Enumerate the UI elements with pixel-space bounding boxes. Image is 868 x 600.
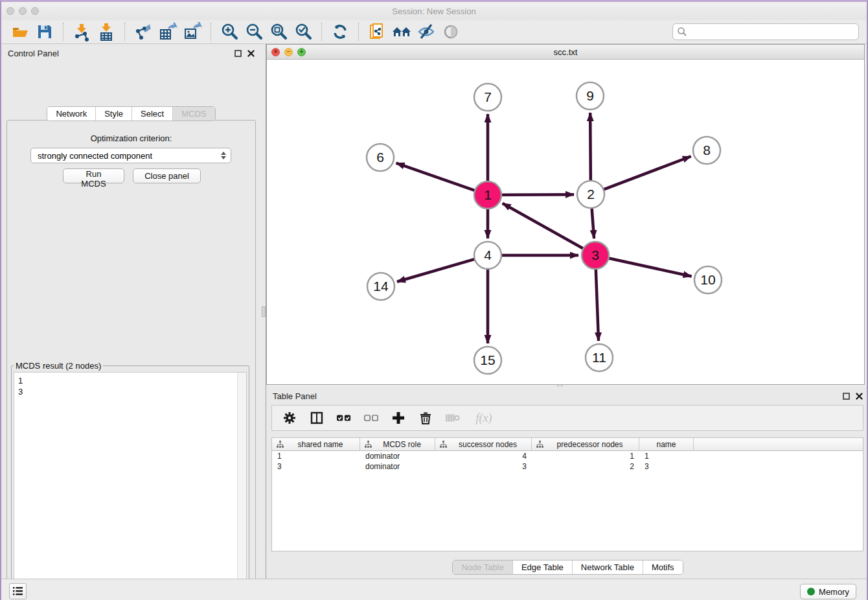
toolbar-separator (124, 23, 125, 41)
tab-node-table[interactable]: Node Table (453, 560, 512, 574)
new-network-from-selection-button[interactable] (366, 22, 388, 41)
cell-predecessor-nodes[interactable]: 2 (532, 462, 639, 471)
zoom-out-button[interactable] (243, 22, 265, 41)
import-network-button[interactable] (71, 22, 93, 41)
split-column-button[interactable] (310, 411, 324, 425)
zoom-selected-button[interactable] (292, 22, 314, 41)
list-icon (13, 587, 23, 595)
memory-label: Memory (819, 587, 849, 597)
show-all-button[interactable] (440, 22, 462, 41)
trash-icon (420, 411, 431, 424)
refresh-layout-button[interactable] (329, 22, 351, 41)
cell-name[interactable]: 3 (639, 462, 694, 471)
tab-style[interactable]: Style (95, 107, 131, 121)
main-toolbar (1, 20, 867, 44)
export-network-button[interactable] (132, 22, 154, 41)
cell-successor-nodes[interactable]: 4 (435, 452, 532, 461)
toolbar-separator (211, 23, 211, 41)
tab-motifs[interactable]: Motifs (643, 560, 683, 574)
cell-predecessor-nodes[interactable]: 1 (532, 452, 639, 461)
column-header-shared-name[interactable]: shared name (272, 438, 360, 450)
zoom-in-button[interactable] (218, 22, 240, 41)
deselect-all-button[interactable] (364, 411, 378, 425)
graph-node-label: 3 (591, 248, 599, 262)
first-neighbors-button[interactable] (391, 22, 413, 41)
graph-edge-2-8[interactable] (603, 156, 691, 190)
export-table-button[interactable] (157, 22, 179, 41)
hide-selected-button[interactable] (415, 22, 437, 41)
table-row[interactable]: 3 dominator 3 2 3 (272, 461, 863, 472)
cell-name[interactable]: 1 (639, 452, 694, 461)
zoom-fit-button[interactable] (268, 22, 290, 41)
splitter-handle[interactable] (262, 306, 266, 317)
zoom-in-icon (220, 22, 239, 41)
export-image-button[interactable] (181, 22, 203, 41)
tab-mcds[interactable]: MCDS (172, 107, 214, 121)
graph-edge-2-9[interactable] (590, 113, 591, 181)
table-panel-tabs: Node Table Edge Table Network Table Moti… (452, 560, 683, 575)
network-canvas[interactable]: 7968124314101511 (267, 60, 864, 384)
delete-column-button[interactable] (418, 411, 433, 425)
float-table-panel-icon[interactable] (843, 393, 850, 400)
network-window-titlebar: × − + scc.txt (267, 45, 864, 60)
memory-button[interactable]: Memory (800, 584, 856, 599)
vertical-splitter[interactable] (261, 44, 266, 579)
window-title: Session: New Session (1, 6, 867, 16)
graph-edge-3-10[interactable] (608, 258, 692, 276)
graph-edge-3-11[interactable] (596, 268, 599, 341)
cell-mcds-role[interactable]: dominator (360, 462, 435, 471)
cell-successor-nodes[interactable]: 3 (435, 462, 532, 471)
optimization-criterion-label: Optimization criterion: (7, 133, 255, 143)
import-table-button[interactable] (95, 22, 117, 41)
graph-edge-4-14[interactable] (397, 259, 475, 282)
graph-edge-2-3[interactable] (591, 207, 594, 238)
tab-edge-table[interactable]: Edge Table (512, 560, 572, 574)
tab-network[interactable]: Network (47, 107, 95, 121)
result-scrollbar[interactable] (237, 373, 246, 600)
export-image-icon (183, 22, 202, 41)
tab-network-table[interactable]: Network Table (572, 560, 643, 574)
zoom-selected-icon (293, 22, 313, 41)
cell-shared-name[interactable]: 3 (272, 462, 360, 471)
search-box[interactable] (672, 23, 859, 40)
column-header-mcds-role[interactable]: MCDS role (360, 438, 435, 450)
table-settings-button[interactable] (282, 411, 297, 425)
save-session-button[interactable] (34, 22, 56, 41)
cell-mcds-role[interactable]: dominator (360, 452, 435, 461)
column-header-successor-nodes[interactable]: successor nodes (435, 438, 532, 450)
column-header-name[interactable]: name (639, 438, 694, 450)
search-icon (677, 27, 687, 37)
search-input[interactable] (690, 25, 858, 39)
close-panel-button[interactable]: Close panel (133, 168, 201, 183)
float-panel-icon[interactable] (234, 50, 242, 57)
table-panel-title: Table Panel (273, 391, 317, 401)
select-all-button[interactable] (337, 411, 351, 425)
close-table-panel-icon[interactable] (856, 393, 863, 400)
graph-edge-1-6[interactable] (396, 163, 476, 191)
eye-slash-icon (417, 22, 436, 41)
cell-shared-name[interactable]: 1 (272, 452, 360, 461)
gear-icon (283, 411, 296, 424)
graph-node-label: 11 (592, 350, 606, 365)
mcds-result-line: 3 (18, 386, 246, 397)
column-header-predecessor-nodes[interactable]: predecessor nodes (532, 438, 639, 450)
open-session-button[interactable] (9, 22, 31, 41)
network-graph: 7968124314101511 (267, 60, 864, 384)
graph-node-label: 2 (587, 187, 595, 202)
graph-node-label: 4 (484, 248, 492, 262)
tab-select[interactable]: Select (131, 107, 172, 121)
table-toolbar: f(x) (271, 405, 863, 431)
graph-edge-3-1[interactable] (503, 203, 584, 249)
run-mcds-button[interactable]: Run MCDS (63, 168, 124, 183)
network-view-window: × − + scc.txt 7968124314101511 (266, 44, 865, 385)
add-column-button[interactable] (391, 411, 405, 425)
criterion-select[interactable]: strongly connected component (30, 148, 231, 163)
task-history-button[interactable] (9, 583, 27, 599)
close-panel-icon[interactable] (247, 50, 255, 57)
mcds-result-area[interactable]: 1 3 (14, 372, 247, 600)
table-row[interactable]: 1 dominator 4 1 1 (272, 451, 863, 461)
zoom-fit-icon (269, 22, 288, 41)
graph-edge-1-2[interactable] (501, 194, 574, 195)
deselect-all-icon (364, 413, 378, 422)
new-network-from-selection-icon (367, 22, 387, 41)
